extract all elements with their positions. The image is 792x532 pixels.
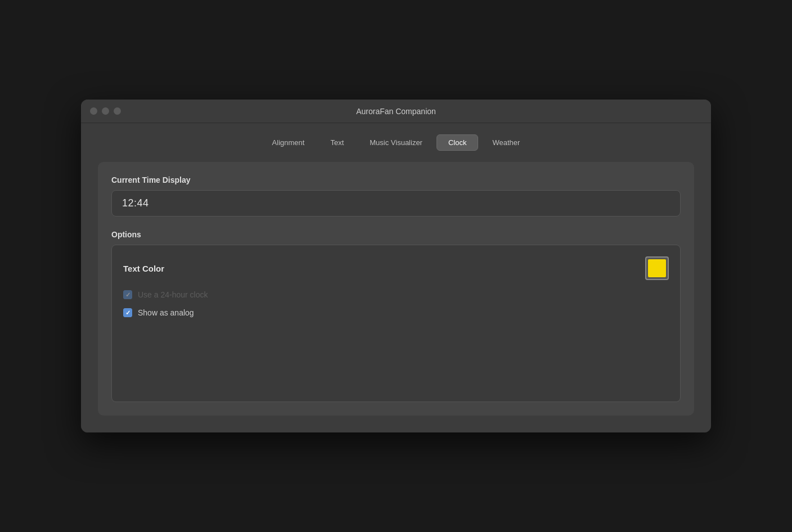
titlebar: AuroraFan Companion bbox=[81, 100, 711, 123]
show-analog-row: Show as analog bbox=[123, 308, 669, 317]
use-24h-checkbox[interactable] bbox=[123, 290, 132, 299]
color-swatch bbox=[648, 259, 666, 277]
tab-text[interactable]: Text bbox=[318, 134, 356, 151]
clock-panel: Current Time Display 12:44 Options Text … bbox=[98, 162, 694, 416]
tab-music-visualizer[interactable]: Music Visualizer bbox=[358, 134, 434, 151]
maximize-button[interactable] bbox=[114, 107, 121, 115]
time-display-box: 12:44 bbox=[111, 190, 681, 217]
tab-alignment[interactable]: Alignment bbox=[260, 134, 317, 151]
traffic-lights bbox=[90, 107, 121, 115]
app-window: AuroraFan Companion Alignment Text Music… bbox=[81, 100, 711, 432]
color-swatch-button[interactable] bbox=[645, 256, 669, 280]
show-analog-checkbox[interactable] bbox=[123, 308, 132, 317]
show-analog-label: Show as analog bbox=[138, 308, 194, 317]
use-24h-label: Use a 24-hour clock bbox=[138, 290, 208, 299]
close-button[interactable] bbox=[90, 107, 97, 115]
content-area: Alignment Text Music Visualizer Clock We… bbox=[81, 123, 711, 432]
tab-clock[interactable]: Clock bbox=[436, 134, 479, 151]
options-box: Text Color Use a 24-hour clock Show as a… bbox=[111, 245, 681, 402]
tab-weather[interactable]: Weather bbox=[480, 134, 532, 151]
tabs-bar: Alignment Text Music Visualizer Clock We… bbox=[98, 134, 694, 151]
options-label: Options bbox=[111, 230, 681, 239]
text-color-label: Text Color bbox=[123, 264, 164, 273]
window-title: AuroraFan Companion bbox=[356, 107, 436, 116]
time-value: 12:44 bbox=[122, 197, 149, 209]
use-24h-row: Use a 24-hour clock bbox=[123, 290, 669, 299]
minimize-button[interactable] bbox=[102, 107, 109, 115]
text-color-row: Text Color bbox=[123, 256, 669, 280]
time-display-label: Current Time Display bbox=[111, 175, 681, 184]
